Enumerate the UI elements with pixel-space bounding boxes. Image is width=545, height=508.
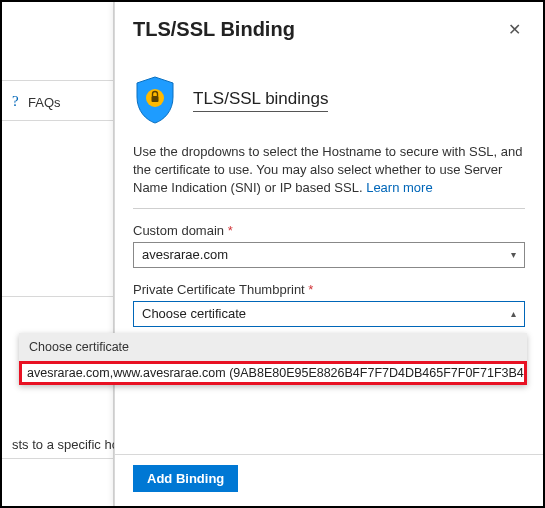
left-sidebar-sliver: ? FAQs sts to a specific ho: [2, 2, 114, 506]
thumbprint-label: Private Certificate Thumbprint *: [133, 282, 525, 297]
certificate-option-1[interactable]: avesrarae.com,www.avesrarae.com (9AB8E80…: [19, 361, 527, 385]
learn-more-link[interactable]: Learn more: [366, 180, 432, 195]
thumbprint-value: Choose certificate: [142, 306, 246, 321]
chevron-down-icon: ▾: [511, 249, 516, 260]
custom-domain-value: avesrarae.com: [142, 247, 228, 262]
panel-footer: Add Binding: [115, 454, 543, 506]
tls-ssl-binding-panel: TLS/SSL Binding ✕ TLS/SSL bindings Use t…: [114, 2, 543, 506]
truncated-text: sts to a specific ho: [12, 437, 119, 452]
certificate-dropdown-menu: Choose certificate avesrarae.com,www.ave…: [19, 333, 527, 385]
faqs-link[interactable]: FAQs: [28, 95, 61, 110]
thumbprint-dropdown[interactable]: Choose certificate ▴: [133, 301, 525, 327]
custom-domain-dropdown[interactable]: avesrarae.com ▾: [133, 242, 525, 268]
description-text: Use the dropdowns to select the Hostname…: [133, 143, 525, 209]
panel-title: TLS/SSL Binding: [133, 18, 295, 41]
shield-lock-icon: [133, 75, 177, 125]
question-icon: ?: [12, 93, 19, 110]
chevron-up-icon: ▴: [511, 308, 516, 319]
add-binding-button[interactable]: Add Binding: [133, 465, 238, 492]
dropdown-placeholder-option[interactable]: Choose certificate: [19, 333, 527, 361]
custom-domain-label: Custom domain *: [133, 223, 525, 238]
sub-title: TLS/SSL bindings: [193, 89, 328, 112]
close-icon[interactable]: ✕: [504, 16, 525, 43]
svg-rect-1: [152, 96, 159, 102]
